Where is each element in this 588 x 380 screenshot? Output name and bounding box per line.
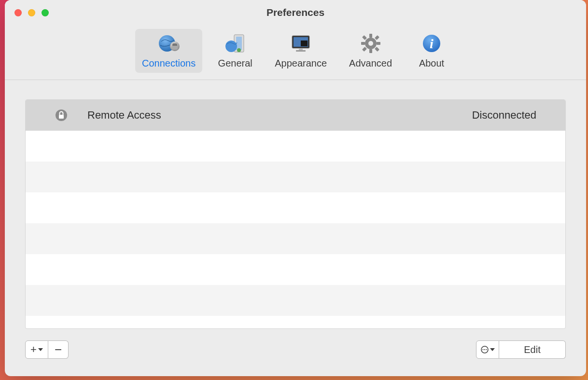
minus-icon: − [55,343,62,356]
edit-label: Edit [524,344,540,355]
plus-icon: + [30,344,37,355]
connection-name: Remote Access [87,109,472,122]
chevron-down-icon [490,348,495,351]
svg-point-7 [237,48,241,52]
toolbar: Connections General [5,25,586,80]
tab-label: General [218,58,252,69]
svg-point-29 [484,349,485,350]
svg-point-22 [368,41,373,46]
table-row-empty [26,316,565,328]
tab-connections[interactable]: Connections [135,29,202,73]
table-row-empty [26,223,565,254]
footer: + − Edit [5,329,586,376]
table-row-empty [26,285,565,316]
svg-rect-17 [377,42,380,45]
chevron-down-icon [38,348,43,351]
connection-status: Disconnected [472,109,536,122]
add-button[interactable]: + [25,340,48,359]
svg-rect-26 [59,115,64,119]
ellipsis-circle-icon [481,346,489,353]
svg-point-6 [225,41,237,52]
table-row-empty [26,162,565,192]
table-row-empty [26,192,565,223]
svg-rect-3 [172,46,178,50]
tab-general[interactable]: General [211,29,259,73]
tab-about[interactable]: i About [407,29,456,73]
svg-rect-5 [236,37,242,50]
tab-label: Connections [142,58,196,69]
action-group: Edit [476,340,566,359]
tab-label: Appearance [275,58,327,69]
action-menu-button[interactable] [476,340,499,359]
svg-rect-16 [361,42,365,45]
content-area: Remote Access Disconnected [5,80,586,329]
info-icon: i [420,32,443,55]
svg-rect-18 [362,35,367,40]
svg-point-30 [486,349,487,350]
svg-text:i: i [430,36,434,51]
monitor-icon [289,32,312,55]
connections-table: Remote Access Disconnected [25,99,566,329]
maximize-button[interactable] [42,9,49,16]
svg-rect-12 [296,50,306,52]
svg-rect-21 [362,47,367,52]
tab-label: About [419,58,444,69]
table-row-empty [26,131,565,162]
svg-rect-19 [375,47,379,52]
edit-button[interactable]: Edit [499,340,566,359]
remove-button[interactable]: − [48,340,69,359]
table-row-empty [26,254,565,285]
add-remove-group: + − [25,340,69,359]
table-row[interactable]: Remote Access Disconnected [26,100,565,131]
minimize-button[interactable] [28,9,35,16]
tab-label: Advanced [349,58,392,69]
close-button[interactable] [14,9,22,16]
preferences-window: Preferences [5,0,586,376]
svg-rect-10 [301,41,308,46]
svg-rect-11 [299,48,303,50]
svg-point-28 [482,349,483,350]
window-title: Preferences [5,7,586,18]
globe-icon [157,32,181,55]
tab-appearance[interactable]: Appearance [268,29,334,73]
gear-icon [359,32,382,55]
general-icon [224,32,247,55]
titlebar: Preferences [5,0,586,25]
svg-rect-20 [375,35,379,40]
tab-advanced[interactable]: Advanced [342,29,399,73]
traffic-lights [5,9,49,16]
lock-icon [55,109,68,122]
svg-rect-14 [369,34,372,38]
svg-rect-15 [369,49,372,53]
